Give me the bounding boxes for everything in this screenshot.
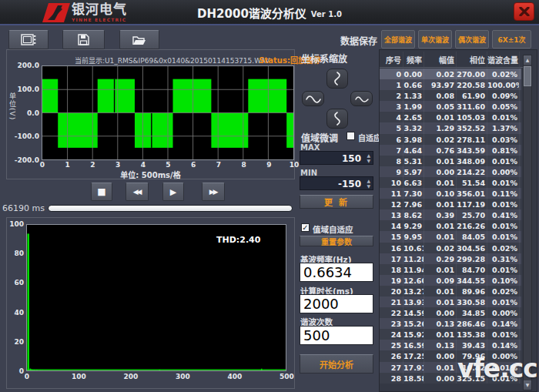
update-button[interactable]: 更 新 [300, 195, 373, 209]
table-cell: 304.56 [457, 243, 487, 253]
harmonics-table: 序号 频率 幅值 相位 谐波含量 00.000.02270.000.02%10.… [379, 49, 537, 392]
stop-button[interactable]: ■ [91, 183, 112, 201]
harmonic-order-input[interactable]: 500 [300, 326, 373, 345]
table-cell: 84.05 [457, 231, 487, 242]
table-cell: 1.99 [403, 101, 424, 112]
zoom-right-button[interactable] [350, 91, 373, 106]
col-header-phase[interactable]: 相位 [457, 52, 487, 67]
play-button[interactable]: ▶ [162, 183, 184, 201]
table-cell: 311.60 [457, 101, 487, 112]
table-cell: 0.02 [424, 134, 457, 145]
app-window: 银河电气 YINHE ELECTRIC DH2000谐波分析仪 Ver 1.0 [0, 0, 539, 392]
table-row[interactable]: 1711.280.29299.280.31% [380, 253, 521, 264]
table-cell: 220.58 [457, 79, 487, 90]
table-row[interactable]: 2415.920.01135.380.01% [380, 329, 521, 340]
max-spinner[interactable]: ▲▼ [367, 152, 370, 163]
table-row[interactable]: 1811.940.0184.700.01% [380, 264, 521, 275]
table-cell: 11.28 [403, 253, 424, 264]
scrollbar-thumb[interactable] [524, 66, 531, 86]
range-adaptive-label: 值域自适应 [313, 223, 353, 235]
reset-params-button[interactable]: 重置参数 [300, 236, 373, 246]
table-cell: 1 [381, 79, 403, 90]
start-analysis-button[interactable]: 开始分析 [300, 354, 373, 374]
fundamental-freq-input[interactable]: 0.6634 [300, 263, 373, 282]
axis-tick-label: 300 [172, 373, 194, 380]
col-header-amplitude[interactable]: 幅值 [424, 52, 457, 67]
report-button[interactable] [8, 30, 49, 49]
col-header-index[interactable]: 序号 [381, 52, 403, 67]
table-row[interactable]: 2113.930.01330.580.01% [380, 297, 521, 307]
table-cell: 0.00% [487, 166, 520, 177]
table-cell: 4 [381, 112, 403, 122]
table-row[interactable]: 127.960.01117.190.01% [380, 199, 521, 209]
table-row[interactable]: 21.330.0861.900.09% [380, 90, 521, 101]
table-row[interactable]: 95.970.00214.220.00% [380, 166, 521, 177]
table-cell: 15 [381, 231, 403, 242]
table-cell: 11.94 [403, 264, 424, 275]
table-row[interactable]: 2315.260.13286.460.14% [380, 318, 521, 329]
table-cell: 0.10 [424, 188, 457, 199]
filter-odd-harmonics-button[interactable]: 单次谐波 [418, 30, 452, 49]
range-adaptive-checkbox[interactable]: ✓ [301, 223, 310, 232]
table-cell: 286.46 [457, 318, 487, 329]
table-cell: 0.01% [487, 264, 520, 275]
table-row[interactable]: 149.290.01216.260.01% [380, 220, 521, 231]
table-cell: 0.00 [424, 166, 457, 177]
waveform-panel: 当前显示:U1_RMS&IP69&0x0140&20150114153715.W… [6, 49, 295, 179]
sine-horizontal-icon [306, 94, 321, 104]
axis-tick-label: 4 [132, 161, 154, 169]
min-spinner[interactable]: ▲▼ [367, 178, 370, 189]
min-input[interactable]: -150 ▲▼ [300, 176, 373, 190]
adaptive-checkbox[interactable] [346, 132, 355, 140]
table-row[interactable]: 10.6693.97220.58100.00% [380, 79, 521, 90]
open-folder-button[interactable] [119, 30, 159, 49]
filter-all-harmonics-button[interactable]: 全部谐波 [381, 30, 415, 49]
table-row[interactable]: 00.000.02270.000.02% [380, 69, 521, 79]
table-row[interactable]: 2214.590.0034.850.00% [380, 307, 521, 318]
calc-duration-input[interactable]: 2000 [300, 294, 373, 313]
max-input[interactable]: 150 ▲▼ [300, 151, 373, 165]
table-row[interactable]: 2516.590.1339.430.14% [380, 340, 521, 350]
rewind-button[interactable]: ◀◀ [126, 183, 149, 201]
table-row[interactable]: 1610.610.02304.560.02% [380, 243, 521, 253]
axis-tick-label: 3 [107, 161, 129, 169]
table-row[interactable]: 117.300.10356.010.11% [380, 188, 521, 199]
table-cell: 25 [381, 340, 403, 350]
table-row[interactable]: 85.310.01348.090.01% [380, 156, 521, 166]
playback-slider[interactable] [48, 205, 293, 212]
axis-tick-label: 9 [258, 161, 280, 169]
col-header-harmonic-content[interactable]: 谐波含量 [487, 52, 520, 67]
table-cell: 0.01 [424, 264, 457, 275]
app-version: Ver 1.0 [311, 10, 342, 18]
current-file-label: 当前显示:U1_RMS&IP69&0x0140&20150114153715.W… [75, 57, 270, 65]
window-title: DH2000谐波分析仪 Ver 1.0 [0, 0, 539, 25]
save-icon [78, 34, 89, 45]
fast-forward-button[interactable]: ▶▶ [202, 183, 225, 201]
table-row[interactable]: 53.321.29352.521.37% [380, 122, 521, 133]
watermark: vfe.cc [457, 353, 537, 384]
filter-even-harmonics-button[interactable]: 偶次谐波 [455, 30, 489, 49]
table-row[interactable]: 42.650.01105.030.01% [380, 112, 521, 122]
zoom-left-button[interactable] [302, 91, 324, 106]
col-header-frequency[interactable]: 频率 [403, 52, 424, 67]
table-cell: 0.01% [487, 177, 520, 188]
table-row[interactable]: 63.980.02278.110.03% [380, 134, 521, 145]
save-button[interactable] [62, 30, 105, 49]
table-row[interactable]: 106.630.0151.540.01% [380, 177, 521, 188]
table-row[interactable]: 2013.270.0189.960.02% [380, 286, 521, 297]
table-scrollbar[interactable]: ▲ ▼ [523, 55, 532, 390]
table-row[interactable]: 31.990.05311.600.05% [380, 101, 521, 112]
table-row[interactable]: 74.640.76343.590.81% [380, 145, 521, 156]
zoom-up-button[interactable] [326, 69, 348, 89]
table-row[interactable]: 138.620.3925.700.41% [380, 209, 521, 220]
waveform-plot [42, 65, 294, 160]
close-button[interactable] [514, 2, 534, 21]
filter-6x1-button[interactable]: 6X±1次 [492, 30, 531, 49]
table-row[interactable]: 159.950.0184.050.01% [380, 231, 521, 242]
scroll-up-icon[interactable]: ▲ [524, 55, 531, 65]
axis-tick-label: 0 [32, 161, 53, 169]
zoom-down-button[interactable] [326, 109, 348, 129]
table-cell: 34.85 [457, 307, 487, 318]
table-row[interactable]: 1912.600.09344.550.10% [380, 275, 521, 286]
waveform-x-axis-label: 单位: 500ms/格 [7, 169, 294, 180]
